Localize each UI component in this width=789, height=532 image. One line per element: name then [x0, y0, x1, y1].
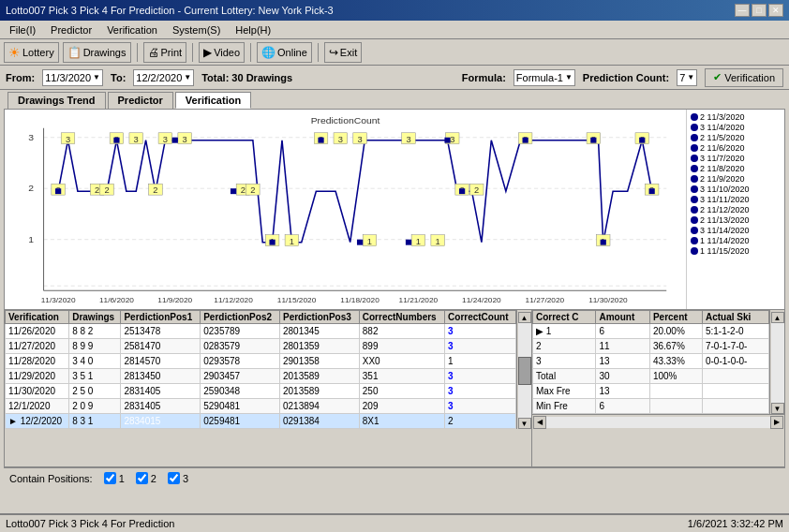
menu-bar: File(I) Predictor Verification System(S)…: [0, 21, 789, 39]
right-scroll-up[interactable]: ▲: [771, 312, 784, 323]
checkbox-1-label[interactable]: 1: [104, 472, 125, 484]
legend-label: 3 11/7/2020: [700, 154, 745, 163]
verification-button[interactable]: ✔ Verification: [705, 68, 783, 87]
table-cell: 2: [533, 339, 596, 354]
checkbox-1[interactable]: [104, 472, 116, 484]
scroll-up[interactable]: ▲: [518, 312, 531, 323]
menu-help[interactable]: Help(H): [230, 23, 276, 37]
legend-item: 2 11/3/2020: [691, 111, 781, 122]
table-row[interactable]: 12/1/20202 0 92831405529048102138942093: [6, 399, 516, 414]
exit-icon: ↪: [329, 46, 338, 59]
minimize-button[interactable]: —: [735, 4, 750, 17]
table-cell: 12/1/2020: [6, 399, 69, 414]
svg-text:3: 3: [66, 135, 70, 144]
menu-verification[interactable]: Verification: [101, 23, 163, 37]
svg-text:11/21/2020: 11/21/2020: [399, 296, 439, 304]
legend-dot: [691, 113, 698, 121]
table-row[interactable]: 31343.33%0-0-1-0-0-: [533, 354, 769, 369]
table-cell: Total: [533, 369, 596, 384]
legend-dot: [691, 134, 698, 141]
right-scroll-down[interactable]: ▼: [771, 403, 784, 414]
table-cell: 2831405: [121, 384, 201, 399]
tab-verification[interactable]: Verification: [175, 92, 251, 109]
legend-dot: [691, 227, 698, 234]
tab-predictor[interactable]: Predictor: [108, 92, 173, 109]
svg-rect-85: [459, 188, 465, 194]
svg-text:11/30/2020: 11/30/2020: [588, 296, 628, 304]
to-dropdown[interactable]: 12/2/2020 ▼: [133, 69, 194, 86]
svg-rect-88: [601, 240, 606, 245]
maximize-button[interactable]: □: [752, 4, 767, 17]
svg-text:11/24/2020: 11/24/2020: [462, 296, 501, 304]
drawings-icon: 📋: [67, 46, 82, 59]
table-cell: 0259481: [201, 414, 280, 429]
col-correct-c: Correct C: [533, 311, 596, 324]
tab-drawings-trend[interactable]: Drawings Trend: [7, 92, 106, 109]
left-table: Verification Drawings PerdictionPos1 Per…: [5, 310, 531, 466]
table-row[interactable]: ► 12/2/20208 3 12834015025948102913848X1…: [6, 414, 516, 429]
table-row[interactable]: 11/28/20203 4 0281457002935782901358XX01: [6, 354, 516, 369]
scroll-left[interactable]: ◀: [533, 416, 546, 429]
legend-item: 3 11/7/2020: [691, 153, 781, 163]
video-icon: ▶: [203, 46, 212, 59]
table-row[interactable]: 11/27/20208 9 92581470028357928013598993: [6, 339, 516, 354]
table-cell: 100%: [649, 369, 702, 384]
toolbar-drawings[interactable]: 📋 Drawings: [63, 42, 131, 63]
checkbox-3[interactable]: [168, 472, 180, 484]
checkbox-2[interactable]: [136, 472, 148, 484]
table-row[interactable]: Max Fre13: [533, 384, 769, 399]
col-pos3: PerdictionPos3: [279, 311, 359, 324]
table-row[interactable]: Total30100%: [533, 369, 769, 384]
legend-label: 2 11/13/2020: [700, 215, 750, 225]
table-cell: 8 8 2: [69, 324, 121, 339]
status-bar: Lotto007 Pick 3 Pick 4 For Prediction 1/…: [0, 513, 789, 532]
table-cell: Min Fre: [533, 399, 596, 414]
scroll-down[interactable]: ▼: [518, 418, 531, 429]
table-cell: 3: [445, 324, 516, 339]
legend-dot: [691, 216, 698, 224]
menu-file[interactable]: File(I): [4, 23, 41, 37]
chart-container: 3 2 1 PredictionCount 11/3/2020 11/6/202…: [4, 109, 785, 310]
table-row[interactable]: Min Fre6: [533, 399, 769, 414]
legend-item: 2 11/6/2020: [691, 142, 781, 153]
toolbar-print[interactable]: 🖨 Print: [143, 42, 187, 63]
menu-system[interactable]: System(S): [167, 23, 226, 37]
table-cell: 43.33%: [649, 354, 702, 369]
toolbar-online[interactable]: 🌐 Online: [257, 42, 312, 63]
table-cell: 3: [445, 399, 516, 414]
svg-text:11/6/2020: 11/6/2020: [99, 296, 134, 304]
svg-rect-79: [231, 188, 236, 194]
table-row[interactable]: 11/26/20208 8 22513478023578928013458823: [6, 324, 516, 339]
table-row[interactable]: 21136.67%7-0-1-7-0-: [533, 339, 769, 354]
table-cell: 2814570: [121, 354, 201, 369]
table-cell: 209: [359, 399, 444, 414]
table-cell: 13: [596, 384, 649, 399]
legend-item: 3 11/10/2020: [691, 184, 781, 194]
legend-label: 3 11/14/2020: [700, 226, 750, 235]
checkbox-3-label[interactable]: 3: [168, 472, 188, 484]
svg-text:11/15/2020: 11/15/2020: [277, 296, 317, 304]
table-row[interactable]: 11/30/20202 5 02831405259034820135892503: [6, 384, 516, 399]
table-cell: 7-0-1-7-0-: [702, 339, 768, 354]
svg-rect-82: [357, 240, 363, 245]
formula-dropdown[interactable]: Formula-1 ▼: [514, 69, 575, 86]
checkbox-2-label[interactable]: 2: [136, 472, 156, 484]
lottery-icon: ☀: [8, 45, 21, 60]
legend-item: 2 11/13/2020: [691, 214, 781, 225]
col-actual-ski: Actual Ski: [702, 311, 768, 324]
svg-rect-86: [523, 138, 528, 143]
close-button[interactable]: ✕: [768, 4, 783, 17]
table-cell: 6: [596, 324, 649, 339]
svg-text:3: 3: [134, 135, 139, 144]
toolbar-exit[interactable]: ↪ Exit: [324, 42, 362, 63]
from-dropdown[interactable]: 11/3/2020 ▼: [42, 69, 103, 86]
table-row[interactable]: ▶ 1620.00%5:1-1-2-0: [533, 324, 769, 339]
table-row[interactable]: 11/29/20203 5 12813450290345720135893513: [6, 369, 516, 384]
prediction-count-dropdown[interactable]: 7 ▼: [677, 69, 697, 86]
menu-predictor[interactable]: Predictor: [45, 23, 97, 37]
scroll-right[interactable]: ▶: [770, 416, 783, 429]
toolbar-video[interactable]: ▶ Video: [199, 42, 245, 63]
table-cell: 30: [596, 369, 649, 384]
toolbar-lottery[interactable]: ☀ Lottery: [4, 42, 59, 63]
legend-dot: [691, 237, 698, 244]
